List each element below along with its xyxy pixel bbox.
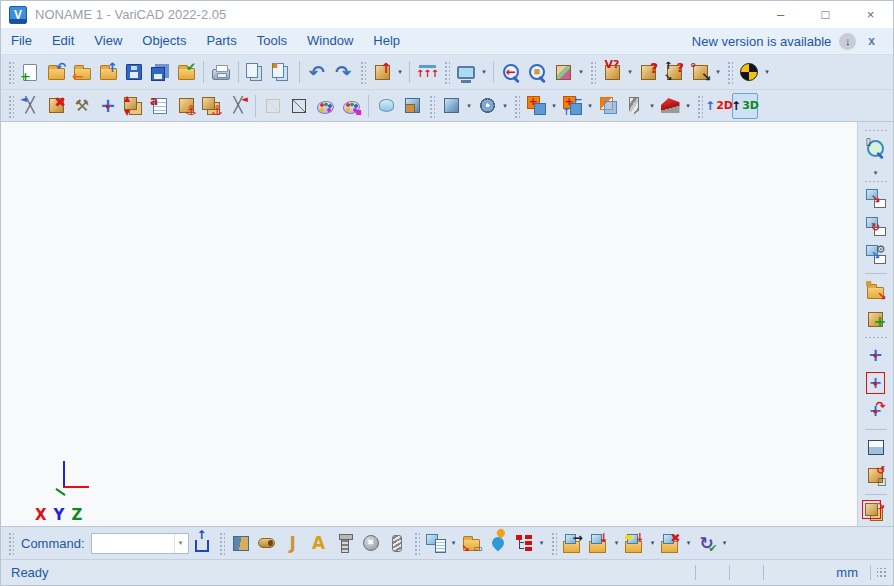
command-enter-button[interactable] [189,530,215,556]
toolbar-grip[interactable] [7,531,14,555]
save-part-button[interactable]: ↓ [586,530,612,556]
drill-holes-button[interactable] [621,93,647,119]
bolt-button[interactable] [332,530,358,556]
shaded-view-button[interactable] [863,435,889,461]
toolbar-grip[interactable] [550,531,557,555]
text-3d-button[interactable]: A [306,530,332,556]
edit-tools-button[interactable]: ⚒ [69,93,95,119]
redo-button[interactable]: ↷ [330,59,356,85]
toolbar-grip[interactable] [513,94,520,118]
save-part-as-button[interactable]: ▬↓ [622,530,648,556]
open-from-library-button[interactable]: ↑ [95,59,121,85]
measure-distance-button[interactable]: ↑?↘ [661,59,687,85]
wireframe-hidden-button[interactable] [260,93,286,119]
view-orientation-dropdown[interactable]: ▾ [576,57,586,87]
boolean-add-move-button[interactable]: ↑← [559,93,585,119]
snap-mode-button[interactable]: ╳◄ [17,93,43,119]
toolbar-grip[interactable] [864,336,888,338]
toolbar-grip[interactable] [696,94,703,118]
toolbar-grip[interactable] [7,60,14,84]
dismiss-notice-button[interactable]: x [864,34,879,48]
export-part-button[interactable]: → [560,530,586,556]
solid-surfaces-button[interactable] [657,93,683,119]
view-orientation-button[interactable] [550,59,576,85]
liquid-volume-button[interactable] [485,530,511,556]
color-palette-button[interactable] [312,93,338,119]
remove-part-button[interactable]: ✖ [658,530,684,556]
update-assembly-button[interactable]: ↻✔ [694,530,720,556]
new-document-button[interactable]: + [17,59,43,85]
print-button[interactable] [208,59,234,85]
measure-object-button[interactable]: ? [635,59,661,85]
boolean-intersection-button[interactable] [595,93,621,119]
toolbar-grip[interactable] [443,60,450,84]
basic-solids-dropdown[interactable]: ▾ [464,92,474,119]
insert-from-library-button[interactable]: ◼↘ [863,278,889,304]
menu-objects[interactable]: Objects [132,28,196,54]
move-3d-step-button[interactable]: +● [863,370,889,396]
display-options-dropdown[interactable]: ▾ [479,57,489,87]
fix-objects-button[interactable]: ⚓ [199,93,225,119]
toolbar-grip[interactable] [589,60,596,84]
drawing-canvas[interactable]: XYZ [1,122,857,526]
save-part-as-dropdown[interactable]: ▾ [648,530,658,556]
bill-of-materials-dropdown[interactable]: ▾ [449,530,459,556]
spring-button[interactable] [384,530,410,556]
menu-tools[interactable]: Tools [247,28,297,54]
copy-to-clipboard-button[interactable] [243,59,269,85]
menu-window[interactable]: Window [297,28,363,54]
toolbar-grip[interactable] [864,129,888,131]
view-from-solid-button[interactable]: ↘ [863,186,889,212]
copy-3d-path-button[interactable]: ↘ [863,499,889,525]
save-confirm-button[interactable]: ✔ [173,59,199,85]
tube-segment-button[interactable] [254,530,280,556]
toolbar-grip[interactable] [864,180,888,182]
menu-view[interactable]: View [84,28,132,54]
measure-diagonal-button[interactable]: ↘° [687,59,713,85]
open-file-button[interactable]: ↶ [43,59,69,85]
rotated-solids-dropdown[interactable]: ▾ [500,92,510,119]
color-by-selection-button[interactable]: ▪ [338,93,364,119]
move-3d-button[interactable]: +● [863,342,889,368]
attributes-button[interactable]: a [147,93,173,119]
menu-file[interactable]: File [1,28,42,54]
switch-to-2d-button[interactable]: 2D [706,93,732,119]
download-update-icon[interactable]: ↓ [839,33,856,50]
menu-help[interactable]: Help [363,28,410,54]
save-button[interactable] [121,59,147,85]
measure-diagonal-dropdown[interactable]: ▾ [713,57,723,87]
rotate-view-button[interactable]: ↺□ [863,463,889,489]
bill-of-materials-button[interactable] [423,530,449,556]
zoom-previous-button[interactable]: ← [498,59,524,85]
measure-volume-dropdown[interactable]: ▾ [625,57,635,87]
menu-edit[interactable]: Edit [42,28,84,54]
rotated-solids-button[interactable] [474,93,500,119]
menu-parts[interactable]: Parts [196,28,246,54]
toolbar-grip[interactable] [726,60,733,84]
boolean-add-dropdown[interactable]: ▾ [549,92,559,119]
wireframe-button[interactable] [286,93,312,119]
update-assembly-dropdown[interactable]: ▾ [720,530,730,556]
assembly-tree-button[interactable] [511,530,537,556]
assembly-tree-dropdown[interactable]: ▾ [537,530,547,556]
rotate-3d-button[interactable]: +↷● [863,398,889,424]
zoom-all-button[interactable]: ◼ [524,59,550,85]
toolbar-grip[interactable] [218,531,225,555]
delete-objects-button[interactable]: ✖ [43,93,69,119]
snap-point-button[interactable]: ╳◄ [225,93,251,119]
boolean-add-button[interactable] [523,93,549,119]
copy-objects-button[interactable]: ▲▼ [121,93,147,119]
close-button[interactable]: × [848,1,893,28]
command-history-dropdown[interactable]: ▾ [174,534,187,553]
fan-button[interactable]: ✖ [358,530,384,556]
sidebar-overflow-dropdown[interactable]: ▾ [868,169,884,177]
center-of-gravity-button[interactable] [736,59,762,85]
maximize-button[interactable]: □ [803,1,848,28]
save-copies-button[interactable] [147,59,173,85]
measure-volume-button[interactable]: V? [599,59,625,85]
save-part-dropdown[interactable]: ▾ [612,530,622,556]
view-from-solid-rotated-button[interactable]: ↻ [863,214,889,240]
toolbar-grip[interactable] [428,94,435,118]
select-solid-button[interactable] [373,93,399,119]
move-objects-button[interactable]: +● [95,93,121,119]
